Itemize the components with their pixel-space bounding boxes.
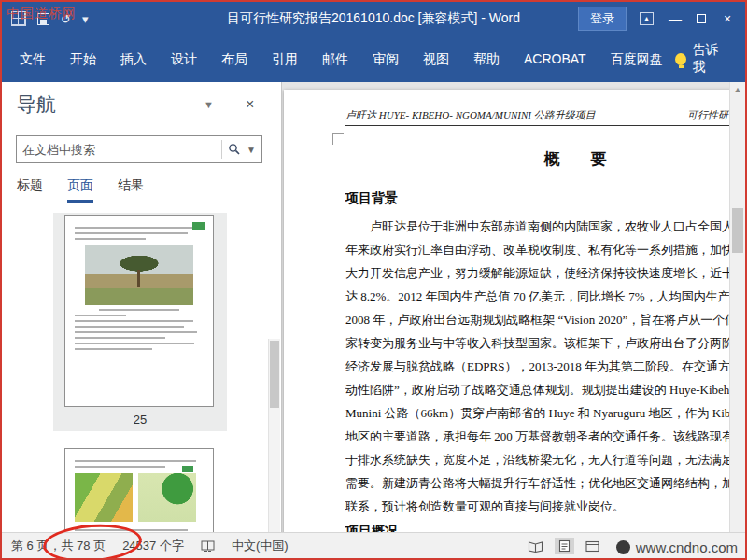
document-scrollbar-thumb[interactable] — [732, 208, 743, 253]
tab-file[interactable]: 文件 — [7, 35, 58, 82]
thumbnail-maps — [75, 473, 204, 522]
body-line: 联系，预计将创造数量可观的直接与间接就业岗位。 — [345, 495, 745, 518]
body-line: 经济发展与脱贫战略（EDPRS），2013-2018 年为其第二阶段。在交通方面… — [345, 355, 745, 378]
nav-tab-pages[interactable]: 页面 — [67, 177, 93, 203]
navigation-close-icon[interactable]: × — [246, 96, 254, 113]
header-left-text: 卢旺达 HUYE- KIBEHO- NGOMA/MUNINI 公路升级项目 — [345, 109, 596, 120]
navigation-scrollbar-thumb[interactable] — [270, 341, 279, 408]
navigation-title: 导航 — [17, 91, 56, 118]
page-thumbnail-26[interactable] — [64, 448, 214, 532]
body-line: 达 8.2%。2012 年国内生产总值 70 亿美元，同比增长 7%，人均国内生… — [345, 285, 745, 308]
thumbnail-text-line — [75, 348, 152, 350]
read-mode-icon[interactable] — [524, 539, 547, 554]
thumbnail-text-line — [75, 320, 193, 322]
window-title: 目可行性研究报告20161010.doc [兼容模式] - Word — [161, 10, 586, 27]
tab-home[interactable]: 开始 — [58, 35, 108, 82]
thumbnail-highlight: 25 — [53, 213, 227, 431]
title-bar: ↺ ▾ 目可行性研究报告20161010.doc [兼容模式] - Word 登… — [2, 2, 745, 35]
thumbnail-caption-line — [99, 309, 179, 311]
ribbon-tab-bar: 文件 开始 插入 设计 布局 引用 邮件 审阅 视图 帮助 ACROBAT 百度… — [2, 35, 745, 82]
nav-tab-headings[interactable]: 标题 — [17, 177, 43, 203]
tell-me-box[interactable]: 告诉我 — [675, 42, 745, 76]
search-dropdown-icon[interactable]: ▼ — [247, 145, 256, 155]
watermark-bottom-right: www.cndno.com — [616, 539, 738, 555]
tab-layout[interactable]: 布局 — [209, 35, 260, 82]
document-page[interactable]: 卢旺达 HUYE- KIBEHO- NGOMA/MUNINI 公路升级项目 可行… — [284, 90, 745, 532]
tab-help[interactable]: 帮助 — [461, 35, 512, 82]
tab-design[interactable]: 设计 — [159, 35, 209, 82]
body-line: 动性陷阱”，政府启动了战略交通总体规划。规划提出建设的 Huye-Kibeho- — [345, 378, 745, 401]
navigation-scrollbar[interactable] — [268, 339, 280, 532]
titlebar-controls: 登录 ▴ — × — [578, 7, 745, 31]
ribbon-display-options-icon[interactable]: ▴ — [640, 12, 654, 25]
navigation-tabs: 标题 页面 结果 — [17, 177, 144, 203]
nav-tab-results[interactable]: 结果 — [118, 177, 144, 203]
tab-insert[interactable]: 插入 — [108, 35, 159, 82]
qat-customize-icon[interactable]: ▾ — [82, 12, 89, 26]
tab-acrobat[interactable]: ACROBAT — [512, 35, 599, 82]
thumbnail-text-line — [75, 337, 165, 339]
section-heading-overview: 项目概况 — [345, 524, 745, 532]
close-button[interactable]: × — [719, 11, 736, 26]
maximize-button[interactable] — [697, 14, 706, 23]
thumbnail-highlight-chip — [192, 222, 205, 230]
page-thumbnails-list: 25 — [2, 208, 281, 532]
thumbnail-map-image — [75, 473, 133, 522]
watermark-logo-icon — [616, 540, 630, 554]
tab-baidu-netdisk[interactable]: 百度网盘 — [599, 35, 675, 82]
thumbnail-page-number: 25 — [53, 413, 227, 427]
thumbnail-text-line — [75, 331, 197, 333]
thumbnail-photo-savanna — [85, 245, 193, 305]
tab-mailings[interactable]: 邮件 — [310, 35, 360, 82]
document-title: 概 要 — [345, 148, 745, 170]
thumbnail-text-line — [75, 232, 188, 234]
body-line: 卢旺达是位于非洲中东部赤道南侧的内陆国家，农牧业人口占全国人口的 — [345, 215, 745, 238]
tab-view[interactable]: 视图 — [411, 35, 461, 82]
tell-me-label: 告诉我 — [693, 42, 728, 76]
page-thumbnail-25[interactable] — [64, 215, 214, 407]
watermark-top-left: 中国道桥网 — [7, 6, 77, 22]
sign-in-button[interactable]: 登录 — [578, 7, 627, 31]
section-heading-background: 项目背景 — [345, 190, 745, 207]
tab-review[interactable]: 审阅 — [360, 35, 411, 82]
document-search-box[interactable]: ▼ — [16, 135, 262, 163]
body-line: 家转变为服务业与中等收入科技型国家。该框架下，卢政府出台了分两阶段实 — [345, 331, 745, 355]
thumbnail-text-line — [75, 466, 165, 468]
thumbnail-text-line — [75, 227, 198, 229]
body-line: 地区的主要道路，承担每年 200 万基督教朝圣者的交通任务。该线路现有的砾 — [345, 425, 745, 448]
web-layout-icon[interactable] — [582, 539, 603, 554]
search-input[interactable] — [22, 143, 216, 157]
thumbnail-text-line — [75, 326, 184, 328]
minimize-button[interactable]: — — [667, 11, 684, 26]
view-shortcuts — [524, 538, 603, 554]
body-line: 2008 年，卢政府出台远期规划战略框架 “Vision 2020”，旨在将卢从… — [345, 308, 745, 331]
thumbnail-text-line — [75, 315, 126, 316]
scroll-up-icon[interactable]: ▲ — [730, 82, 745, 94]
thumbnail-text-line — [75, 460, 196, 462]
navigation-options-icon[interactable]: ▼ — [204, 99, 214, 110]
document-scrollbar[interactable]: ▲ — [729, 82, 745, 532]
thumbnail-map-image — [138, 473, 196, 522]
lightbulb-icon — [675, 53, 686, 65]
body-line: 年来政府实行汇率自由浮动、改革税收制度、私有化等一系列措施，加快发展农 — [345, 238, 745, 261]
body-paragraph: 卢旺达是位于非洲中东部赤道南侧的内陆国家，农牧业人口占全国人口的 年来政府实行汇… — [345, 215, 745, 518]
word-window: ↺ ▾ 目可行性研究报告20161010.doc [兼容模式] - Word 登… — [0, 0, 747, 560]
navigation-pane: 导航 ▼ × ▼ 标题 页面 结果 — [2, 82, 282, 532]
proofing-icon[interactable] — [201, 539, 215, 553]
body-line: 需要。新建沥青公路将大幅提升行车舒适性；优化地区交通网络结构，加强地 — [345, 471, 745, 495]
navigation-header: 导航 ▼ × — [17, 91, 270, 118]
main-area: 导航 ▼ × ▼ 标题 页面 结果 — [2, 82, 745, 532]
body-line: 于排水系统缺失，宽度不足，沿线桥梁无化，无人行道等问题，无法满足地区 — [345, 448, 745, 471]
page-header: 卢旺达 HUYE- KIBEHO- NGOMA/MUNINI 公路升级项目 可行… — [345, 108, 745, 126]
document-area: 卢旺达 HUYE- KIBEHO- NGOMA/MUNINI 公路升级项目 可行… — [282, 82, 745, 532]
thumbnail-text-line — [75, 238, 146, 240]
tab-references[interactable]: 引用 — [260, 35, 310, 82]
language-indicator[interactable]: 中文(中国) — [232, 538, 289, 554]
body-line: Munini 公路（66km）贯穿卢南部省的 Huye 和 Nyaruguru … — [345, 401, 745, 425]
search-icon[interactable] — [228, 143, 241, 156]
watermark-url: www.cndno.com — [636, 539, 738, 555]
print-layout-icon[interactable] — [555, 538, 574, 554]
search-divider — [221, 140, 222, 159]
thumbnail-text-line — [75, 343, 194, 344]
body-line: 大力开发信息产业，努力缓解能源短缺，使经济保持较快速度增长，近十年年均 — [345, 261, 745, 285]
